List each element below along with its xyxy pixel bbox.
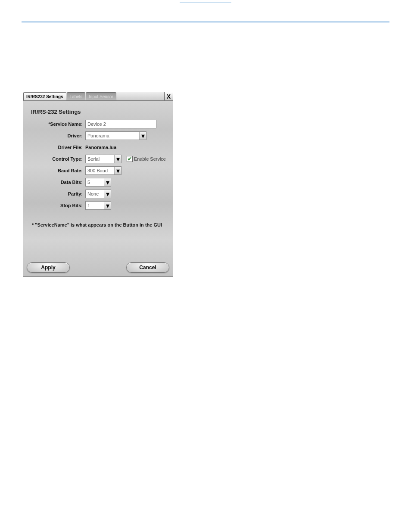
footer-link-underline (180, 3, 231, 3)
check-icon: ✔ (128, 157, 132, 161)
tab-bar: IR/RS232 Settings Labels Input Sensor X (23, 92, 173, 101)
button-label: Apply (41, 264, 55, 271)
footer (22, 3, 389, 3)
row-control-type: Control Type: Serial ▾ ✔ Enable Service (29, 154, 167, 164)
chevron-down-icon[interactable]: ▾ (139, 132, 146, 140)
row-parity: Parity: None ▾ (29, 189, 167, 199)
close-button[interactable]: X (164, 92, 173, 100)
enable-service-checkbox[interactable]: ✔ Enable Service (127, 156, 166, 162)
control-type-select-text: Serial (86, 156, 114, 162)
driver-select[interactable]: Panorama ▾ (85, 131, 146, 140)
header-rule (22, 22, 389, 22)
parity-select-text: None (86, 191, 104, 197)
button-label: Cancel (139, 264, 156, 271)
tab-input-sensor[interactable]: Input Sensor (86, 92, 116, 100)
label-driver-file: Driver File: (29, 145, 85, 150)
panel-title: IR/RS-232 Settings (31, 109, 167, 115)
row-data-bits: Data Bits: 5 ▾ (29, 177, 167, 187)
driver-file-value: Panorama.lua (85, 145, 116, 150)
label-service-name: *Service Name: (29, 121, 85, 127)
panel-body: IR/RS-232 Settings *Service Name: Driver… (23, 101, 173, 258)
tab-ir-rs232-settings[interactable]: IR/RS232 Settings (23, 92, 66, 100)
row-baud-rate: Baud Rate: 300 Baud ▾ (29, 166, 167, 175)
stop-bits-select-text: 1 (86, 202, 104, 208)
settings-dialog: IR/RS232 Settings Labels Input Sensor X … (23, 92, 173, 277)
row-service-name: *Service Name: (29, 119, 167, 129)
label-control-type: Control Type: (29, 156, 85, 162)
data-bits-select[interactable]: 5 ▾ (85, 178, 111, 187)
service-name-input[interactable] (85, 120, 156, 128)
tab-label: Input Sensor (89, 94, 113, 99)
control-type-select[interactable]: Serial ▾ (85, 155, 121, 163)
chevron-down-icon[interactable]: ▾ (114, 167, 121, 174)
baud-rate-select-text: 300 Baud (86, 168, 114, 174)
row-stop-bits: Stop Bits: 1 ▾ (29, 201, 167, 210)
cancel-button[interactable]: Cancel (126, 262, 169, 273)
tab-labels[interactable]: Labels (67, 92, 85, 100)
parity-select[interactable]: None ▾ (85, 190, 111, 198)
button-bar: Apply Cancel (23, 258, 173, 277)
hint-text: * "ServiceName" is what appears on the B… (32, 222, 167, 227)
label-driver: Driver: (29, 133, 85, 138)
label-data-bits: Data Bits: (29, 180, 85, 185)
tab-label: IR/RS232 Settings (26, 94, 63, 99)
label-baud-rate: Baud Rate: (29, 168, 85, 173)
label-stop-bits: Stop Bits: (29, 203, 85, 208)
label-parity: Parity: (29, 191, 85, 196)
driver-select-text: Panorama (86, 133, 139, 139)
data-bits-select-text: 5 (86, 179, 104, 185)
chevron-down-icon[interactable]: ▾ (114, 155, 121, 163)
row-driver: Driver: Panorama ▾ (29, 131, 167, 140)
baud-rate-select[interactable]: 300 Baud ▾ (85, 166, 121, 175)
enable-service-label: Enable Service (134, 156, 166, 162)
row-driver-file: Driver File: Panorama.lua (29, 143, 167, 152)
close-icon: X (167, 93, 171, 100)
apply-button[interactable]: Apply (27, 262, 70, 273)
chevron-down-icon[interactable]: ▾ (104, 190, 111, 198)
footer-link-bar (22, 3, 389, 3)
stop-bits-select[interactable]: 1 ▾ (85, 201, 111, 210)
chevron-down-icon[interactable]: ▾ (104, 202, 111, 209)
tab-label: Labels (70, 94, 82, 99)
checkbox-box: ✔ (127, 156, 133, 162)
chevron-down-icon[interactable]: ▾ (104, 178, 111, 186)
